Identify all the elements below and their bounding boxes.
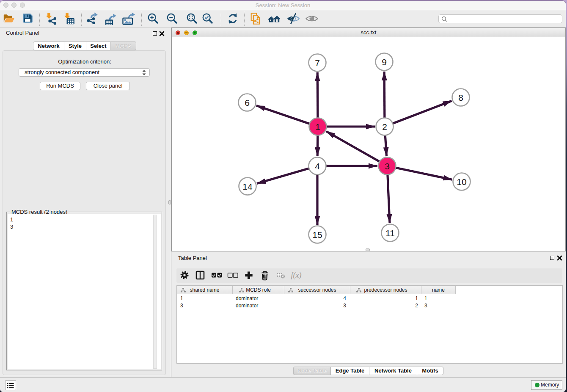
svg-text:11: 11 xyxy=(385,228,395,238)
svg-text:7: 7 xyxy=(315,58,320,68)
svg-text:9: 9 xyxy=(382,57,387,67)
svg-text:15: 15 xyxy=(312,230,322,240)
svg-text:4: 4 xyxy=(315,161,320,171)
svg-text:8: 8 xyxy=(458,93,463,102)
svg-text:3: 3 xyxy=(385,161,390,171)
svg-text:6: 6 xyxy=(245,98,250,108)
svg-text:10: 10 xyxy=(457,177,466,187)
svg-text:f(x): f(x) xyxy=(291,271,302,280)
svg-text:2: 2 xyxy=(382,122,387,132)
svg-text:1: 1 xyxy=(315,122,320,132)
svg-text:14: 14 xyxy=(242,182,253,191)
